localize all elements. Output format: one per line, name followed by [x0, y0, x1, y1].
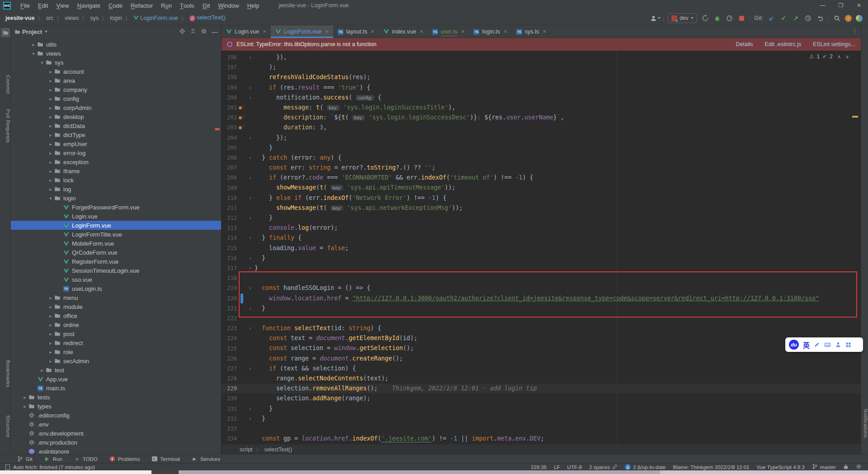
tool-window-todo[interactable]: ≡TODO: [74, 456, 98, 462]
tree-item-LoginFormTitle.vue[interactable]: LoginFormTitle.vue: [11, 230, 222, 239]
tree-item-redirect[interactable]: ▸redirect: [11, 338, 222, 347]
line-number[interactable]: 197: [222, 64, 237, 71]
tree-item-sso.vue[interactable]: sso.vue: [11, 275, 222, 284]
line-number[interactable]: 224: [222, 335, 237, 341]
tree-item-menu[interactable]: ▸menu: [11, 293, 222, 302]
history-icon[interactable]: [804, 14, 812, 22]
menu-code[interactable]: Code: [104, 0, 127, 11]
ime-pen-icon[interactable]: [814, 341, 820, 348]
tree-item-App.vue[interactable]: App.vue: [11, 374, 222, 384]
fold-marker-icon[interactable]: ∨: [246, 366, 255, 371]
line-number[interactable]: 210: [222, 195, 237, 201]
debug-icon[interactable]: [713, 14, 722, 22]
breadcrumb-src[interactable]: src: [46, 15, 54, 21]
chevron-icon[interactable]: ▸: [47, 187, 54, 192]
tree-item-dictType[interactable]: ▸dictType: [11, 130, 222, 139]
tree-item-main.ts[interactable]: TSmain.ts: [11, 384, 222, 393]
line-number[interactable]: 219: [222, 285, 237, 291]
chevron-icon[interactable]: ▸: [47, 105, 54, 110]
tree-item-office[interactable]: ▸office: [11, 311, 222, 320]
collapse-all-icon[interactable]: [190, 28, 196, 36]
menu-help[interactable]: Help: [243, 0, 264, 11]
line-number[interactable]: 213: [222, 225, 237, 231]
tree-item-views[interactable]: ▾views: [11, 49, 222, 58]
tree-item-dictData[interactable]: ▸dictData: [11, 121, 222, 130]
fold-marker-icon[interactable]: ∧: [246, 417, 255, 421]
tab-login.ts[interactable]: TSlogin.ts×: [469, 25, 511, 38]
fold-marker-icon[interactable]: ∧: [246, 216, 255, 220]
plugin-sphere-icon[interactable]: [856, 15, 863, 22]
chevron-icon[interactable]: ▸: [22, 404, 28, 409]
line-number[interactable]: 220: [222, 295, 237, 302]
minimize-button[interactable]: —: [814, 0, 832, 11]
tree-item-LoginForm.vue[interactable]: LoginForm.vue: [11, 221, 222, 230]
status-item-utf-8[interactable]: UTF-8: [567, 465, 582, 470]
chevron-icon[interactable]: ▸: [47, 304, 54, 309]
status-item-icon[interactable]: [843, 464, 849, 470]
tree-item-sys[interactable]: ▾sys: [11, 58, 222, 67]
commit-tool-window-button[interactable]: Commit: [0, 75, 11, 94]
chevron-icon[interactable]: ▸: [22, 395, 28, 400]
chevron-icon[interactable]: ▸: [47, 341, 54, 346]
tool-window-terminal[interactable]: >_Terminal: [151, 456, 179, 462]
ime-keyboard-icon[interactable]: [824, 341, 831, 348]
notifications-tool-window-button[interactable]: Notifications: [861, 409, 868, 438]
menu-view[interactable]: View: [52, 0, 73, 11]
tab-options-icon[interactable]: ⋮: [852, 28, 858, 34]
fold-marker-icon[interactable]: ∨: [246, 85, 255, 90]
chevron-icon[interactable]: ▾: [39, 60, 45, 65]
fold-marker-icon[interactable]: ∨: [246, 95, 255, 100]
close-tab-icon[interactable]: ×: [543, 28, 547, 35]
line-number[interactable]: 231: [222, 406, 237, 412]
fold-marker-icon[interactable]: ∧: [246, 136, 255, 140]
tree-item-QrCodeForm.vue[interactable]: QrCodeForm.vue: [11, 248, 222, 257]
bookmarks-tool-window-button[interactable]: Bookmarks: [0, 360, 11, 387]
close-button[interactable]: ✕: [850, 0, 868, 11]
line-number[interactable]: 198: [222, 74, 237, 81]
close-tab-icon[interactable]: ×: [504, 28, 507, 35]
structure-tool-window-button[interactable]: Structure: [0, 415, 11, 437]
locate-file-icon[interactable]: [179, 28, 185, 36]
tree-item-ForgetPasswordForm.vue[interactable]: ForgetPasswordForm.vue: [11, 203, 222, 212]
chevron-icon[interactable]: ▸: [47, 96, 54, 101]
line-number[interactable]: 208: [222, 175, 237, 181]
status-item-blame-[interactable]: Blame: Thinkgem 2022/2/8 12:01: [673, 465, 750, 470]
chevron-icon[interactable]: ▸: [47, 332, 54, 337]
tree-item-MobileForm.vue[interactable]: MobileForm.vue: [11, 239, 222, 248]
line-number[interactable]: 196: [222, 54, 237, 61]
tree-item-log[interactable]: ▸log: [11, 185, 222, 194]
menu-tools[interactable]: Tools: [176, 0, 198, 11]
line-number[interactable]: 209: [222, 185, 237, 191]
line-number[interactable]: 200: [222, 95, 237, 101]
close-tab-icon[interactable]: ×: [263, 28, 266, 35]
chevron-icon[interactable]: ▸: [47, 350, 54, 355]
tool-window-services[interactable]: ▶Services: [192, 456, 220, 462]
panel-settings-gear-icon[interactable]: [201, 28, 207, 36]
tree-item-test[interactable]: ▸test: [11, 365, 222, 374]
breadcrumb-symbol[interactable]: f selectText(): [189, 14, 226, 21]
line-number[interactable]: 211: [222, 205, 237, 211]
tree-item-iframe[interactable]: ▸iframe: [11, 166, 222, 175]
line-number[interactable]: 230: [222, 395, 237, 402]
chevron-icon[interactable]: ▸: [47, 313, 54, 318]
line-number[interactable]: 218: [222, 275, 237, 281]
banner-action-edit-eslintrc-js[interactable]: Edit .eslintrc.js: [765, 41, 802, 47]
line-number[interactable]: 223: [222, 325, 237, 332]
tab-index.vue[interactable]: index.vue×: [379, 25, 428, 38]
chevron-icon[interactable]: ▸: [39, 368, 45, 373]
line-number[interactable]: 201: [222, 104, 237, 111]
menu-edit[interactable]: Edit: [34, 0, 52, 11]
tree-item-Login.vue[interactable]: Login.vue: [11, 212, 222, 221]
tree-item-secAdmin[interactable]: ▸secAdmin: [11, 356, 222, 365]
tree-item-exception[interactable]: ▸exception: [11, 157, 222, 166]
git-push-icon[interactable]: ↗: [792, 14, 800, 22]
editor-area[interactable]: Login.vue×LoginForm.vue×TSlayout.ts×inde…: [222, 25, 861, 454]
line-number[interactable]: 229: [222, 385, 237, 392]
chevron-icon[interactable]: ▸: [47, 322, 54, 327]
status-item-lf[interactable]: LF: [554, 465, 560, 470]
breadcrumb-symbol[interactable]: selectText(): [264, 446, 292, 453]
ime-toolbar[interactable]: du 英: [785, 337, 863, 352]
tool-window-git[interactable]: Git: [17, 456, 33, 462]
project-tool-window-button[interactable]: [1, 28, 10, 37]
tree-item-RegisterForm.vue[interactable]: RegisterForm.vue: [11, 257, 222, 266]
